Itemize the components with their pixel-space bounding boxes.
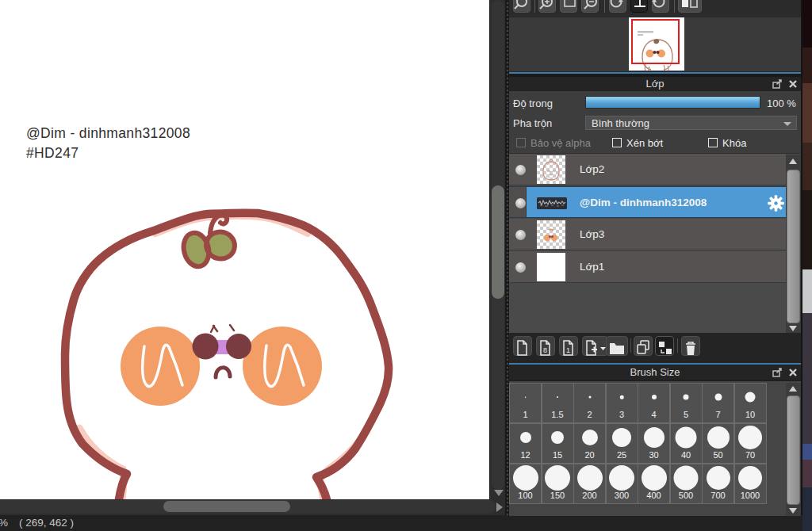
svg-text:1: 1: [566, 346, 570, 354]
svg-text:8: 8: [543, 346, 547, 354]
